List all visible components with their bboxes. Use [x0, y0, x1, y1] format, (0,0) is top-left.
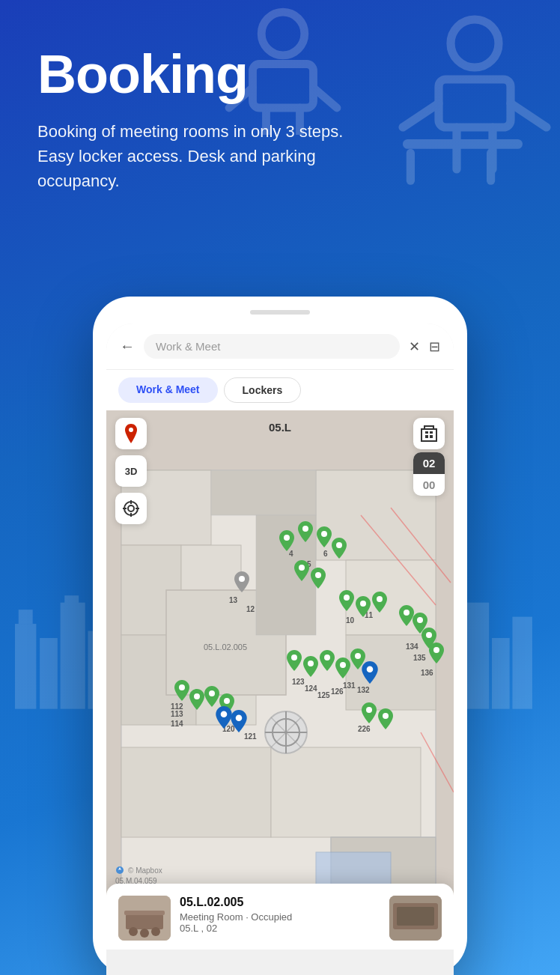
map-pin	[316, 526, 332, 547]
svg-point-81	[417, 617, 423, 623]
map-pin-blue	[230, 710, 248, 732]
header-icons: ✕ ⊟	[409, 338, 440, 355]
app-tabs: Work & Meet Lockers	[106, 370, 454, 410]
pin-label-123: 123	[292, 678, 305, 686]
svg-point-102	[140, 929, 149, 938]
map-pin	[428, 643, 445, 663]
map-pin	[361, 702, 377, 723]
svg-point-95	[236, 714, 243, 721]
svg-rect-69	[430, 431, 433, 434]
map-pin	[189, 689, 205, 710]
svg-point-73	[336, 542, 342, 548]
pin-label-114: 114	[171, 720, 183, 728]
phone-body: ← Work & Meet ✕ ⊟ Work & Meet Lockers	[93, 297, 467, 975]
svg-point-72	[321, 531, 327, 537]
svg-rect-66	[425, 435, 428, 438]
pin-label-131: 131	[343, 681, 356, 690]
tab-lockers[interactable]: Lockers	[224, 377, 302, 403]
room-thumb-right	[389, 896, 442, 941]
svg-point-94	[221, 711, 228, 717]
svg-rect-17	[40, 638, 58, 709]
svg-rect-15	[15, 624, 36, 709]
3d-button[interactable]: 3D	[115, 455, 147, 487]
map-pin	[355, 596, 371, 617]
target-button[interactable]	[115, 493, 147, 524]
mapbox-attribution: © Mapbox	[115, 866, 162, 875]
svg-point-71	[302, 526, 308, 532]
phone-screen: ← Work & Meet ✕ ⊟ Work & Meet Lockers	[106, 324, 454, 975]
svg-point-89	[367, 666, 374, 672]
svg-rect-68	[425, 431, 428, 434]
svg-point-90	[179, 684, 185, 690]
svg-point-92	[209, 690, 215, 696]
hero-subtitle: Booking of meeting rooms in only 3 steps…	[37, 119, 367, 193]
svg-rect-29	[512, 617, 532, 709]
pin-label-126: 126	[331, 687, 344, 696]
back-button[interactable]: ←	[120, 338, 135, 355]
map-pin	[279, 530, 295, 551]
svg-point-57	[129, 428, 133, 432]
building-button[interactable]	[413, 418, 445, 449]
svg-rect-44	[211, 470, 316, 515]
phone-notch	[250, 310, 310, 315]
map-pin	[174, 680, 190, 701]
map-pin	[297, 521, 314, 542]
map-controls-left: 3D	[115, 418, 147, 524]
svg-point-80	[404, 610, 410, 616]
svg-point-88	[355, 653, 361, 659]
svg-point-84	[291, 654, 297, 660]
location-button[interactable]	[115, 418, 147, 449]
svg-point-59	[128, 505, 134, 511]
svg-point-79	[377, 596, 383, 602]
svg-point-75	[315, 572, 321, 578]
svg-rect-18	[61, 603, 85, 709]
floor-02[interactable]: 02	[413, 452, 445, 474]
info-card: 05.L.02.005 Meeting Room · Occupied 05.L…	[106, 884, 454, 950]
pin-label-6: 6	[323, 550, 328, 558]
room-detail: 05.L , 02	[180, 923, 380, 934]
info-text: 05.L.02.005 Meeting Room · Occupied 05.L…	[180, 896, 380, 934]
svg-point-77	[344, 595, 350, 601]
floor-label: 05.L	[269, 421, 291, 434]
pin-label-121: 121	[244, 732, 257, 741]
svg-point-74	[299, 565, 305, 571]
room-thumb-left	[118, 896, 171, 941]
svg-rect-19	[64, 595, 79, 606]
svg-text:05.L.02.005: 05.L.02.005	[204, 643, 247, 651]
svg-rect-106	[397, 907, 434, 926]
tab-work-meet[interactable]: Work & Meet	[118, 377, 218, 403]
pin-label-12: 12	[246, 605, 255, 613]
svg-rect-65	[424, 426, 433, 429]
map-controls-right: 02 00	[413, 418, 445, 496]
floor-00[interactable]: 00	[413, 474, 445, 496]
app-header: ← Work & Meet ✕ ⊟	[106, 324, 454, 370]
pin-label-125: 125	[317, 691, 330, 699]
close-icon[interactable]: ✕	[409, 338, 420, 355]
pin-label-134: 134	[406, 643, 419, 651]
svg-point-78	[360, 601, 366, 607]
map-pin-gray	[234, 571, 250, 592]
room-type: Meeting Room · Occupied	[180, 911, 380, 923]
pin-label-136: 136	[421, 669, 433, 677]
pin-label-124: 124	[305, 684, 317, 693]
hero-section: Booking Booking of meeting rooms in only…	[0, 0, 560, 216]
map-pin	[377, 708, 394, 729]
svg-rect-16	[19, 610, 33, 624]
pin-label-10: 10	[346, 616, 354, 625]
svg-point-76	[239, 576, 245, 582]
search-bar[interactable]: Work & Meet	[144, 334, 400, 359]
svg-point-91	[194, 693, 200, 699]
map-area[interactable]: 05.L.02.005	[106, 410, 454, 950]
pin-label-113: 113	[171, 710, 183, 718]
menu-icon[interactable]: ⊟	[429, 338, 440, 355]
svg-point-96	[366, 707, 372, 713]
pin-label-13: 13	[229, 596, 237, 604]
svg-point-82	[426, 632, 432, 638]
svg-point-86	[324, 654, 330, 660]
svg-point-70	[284, 535, 290, 541]
svg-point-83	[433, 647, 439, 653]
svg-rect-100	[124, 911, 165, 915]
map-pin	[302, 656, 319, 677]
map-pin	[319, 650, 335, 671]
svg-rect-64	[421, 429, 436, 441]
